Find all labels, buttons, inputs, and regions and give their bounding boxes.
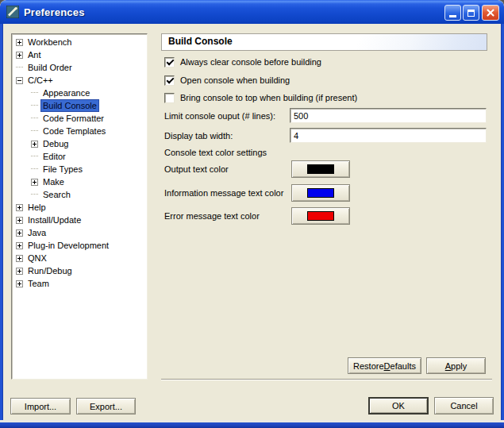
apply-button[interactable]: Apply (426, 357, 486, 374)
ok-button[interactable]: OK (368, 397, 429, 415)
tree-item-code-templates[interactable]: Code Templates (12, 125, 147, 137)
tree-connector (31, 105, 38, 106)
color-section-label: Console text color settings (164, 148, 267, 157)
tree-item-label: Debug (41, 138, 70, 149)
expand-plus-icon[interactable] (16, 280, 23, 287)
limit-console-output-label: Limit console ouput (# lines): (164, 111, 275, 121)
tree-item-c-c[interactable]: C/C++ (12, 74, 147, 87)
close-icon (486, 8, 495, 17)
expand-plus-icon[interactable] (16, 268, 23, 275)
restore-defaults-button[interactable]: Restore Defaults (348, 357, 421, 374)
close-button[interactable] (482, 5, 499, 21)
tree-connector (31, 130, 38, 132)
tree-item-label: Run/Debug (26, 265, 74, 276)
preferences-tree[interactable]: WorkbenchAntBuild OrderC/C++AppearanceBu… (11, 33, 148, 380)
export-button[interactable]: Export... (76, 398, 136, 415)
tree-item-build-order[interactable]: Build Order (12, 61, 147, 74)
tree-item-label: Ant (26, 49, 43, 60)
expand-plus-icon[interactable] (31, 141, 38, 148)
tree-connector (16, 67, 23, 68)
tree-item-label: Make (41, 176, 66, 187)
titlebar[interactable]: Preferences (0, 0, 504, 24)
tree-item-search[interactable]: Search (12, 188, 147, 201)
minimize-icon (449, 15, 456, 17)
tree-connector (31, 118, 38, 119)
tree-item-file-types[interactable]: File Types (12, 163, 147, 175)
expand-plus-icon[interactable] (16, 255, 23, 262)
checkbox-row-clear-console[interactable]: Always clear console before building (164, 56, 321, 67)
tree-item-debug[interactable]: Debug (12, 137, 147, 150)
display-tab-width-label: Display tab width: (164, 131, 233, 141)
tree-item-workbench[interactable]: Workbench (12, 36, 147, 48)
info-message-color-button[interactable] (291, 184, 350, 202)
button-mnemonic: A (445, 361, 451, 371)
expand-plus-icon[interactable] (16, 217, 23, 224)
page-title: Build Console (161, 33, 487, 51)
checkbox-row-open-console[interactable]: Open console when building (164, 75, 290, 86)
tree-item-label: Build Order (26, 62, 74, 73)
tree-item-label: Plug-in Development (26, 240, 110, 251)
window-border-bottom (0, 420, 504, 428)
checkbox-row-bring-to-top[interactable]: Bring console to top when building (if p… (164, 92, 357, 103)
tree-item-label: Team (26, 278, 51, 289)
tree-item-label: Workbench (26, 37, 73, 48)
error-message-color-button[interactable] (291, 207, 350, 225)
checkbox-label: Always clear console before building (180, 57, 321, 67)
window-border-left (0, 24, 3, 428)
tree-item-appearance[interactable]: Appearance (12, 87, 147, 99)
tree-connector (31, 168, 38, 170)
cancel-button[interactable]: Cancel (434, 397, 494, 415)
tree-item-build-console[interactable]: Build Console (12, 99, 147, 112)
import-button[interactable]: Import... (10, 398, 71, 415)
tree-connector (31, 156, 38, 157)
tree-item-label: Appearance (41, 87, 91, 98)
tree-connector (31, 92, 38, 94)
expand-plus-icon[interactable] (16, 52, 23, 59)
tree-item-make[interactable]: Make (12, 175, 147, 188)
tree-item-ant[interactable]: Ant (12, 48, 147, 61)
maximize-button[interactable] (463, 5, 479, 21)
clear-console-checkbox[interactable] (164, 57, 175, 67)
expand-plus-icon[interactable] (16, 229, 23, 237)
output-text-color-button[interactable] (291, 160, 350, 178)
window-border-right (501, 24, 504, 428)
tree-item-install-update[interactable]: Install/Update (12, 214, 147, 226)
checkbox-label: Open console when building (180, 75, 290, 85)
tree-item-label: File Types (41, 164, 84, 175)
footer-separator (161, 379, 492, 380)
error-color-swatch (307, 211, 334, 221)
tree-item-run-debug[interactable]: Run/Debug (12, 264, 147, 277)
info-color-swatch (307, 188, 334, 198)
tree-item-plug-in-development[interactable]: Plug-in Development (12, 239, 147, 252)
info-message-color-label: Information message text color (164, 188, 283, 198)
open-console-checkbox[interactable] (164, 75, 175, 86)
tree-item-label: Code Templates (41, 125, 107, 137)
tree-item-label: C/C++ (26, 75, 55, 86)
tree-item-qnx[interactable]: QNX (12, 252, 147, 264)
button-label: efaults (391, 361, 416, 371)
button-mnemonic: D (384, 361, 391, 371)
tree-item-help[interactable]: Help (12, 201, 147, 214)
tree-item-editor[interactable]: Editor (12, 150, 147, 163)
tree-item-code-formatter[interactable]: Code Formatter (12, 112, 147, 125)
tree-item-label: Help (26, 202, 48, 213)
app-icon (6, 6, 19, 18)
tree-item-java[interactable]: Java (12, 226, 147, 239)
expand-plus-icon[interactable] (16, 242, 23, 249)
tree-item-label: Install/Update (26, 214, 83, 226)
expand-plus-icon[interactable] (16, 39, 23, 46)
error-message-color-label: Error message text color (164, 211, 260, 221)
display-tab-width-field[interactable] (290, 128, 487, 143)
tree-item-label: Search (41, 189, 72, 200)
bring-to-top-checkbox[interactable] (164, 93, 175, 103)
tree-item-label: Code Formatter (41, 113, 106, 124)
button-label: Restore (353, 361, 384, 371)
tree-item-team[interactable]: Team (12, 277, 147, 290)
button-label: pply (451, 361, 467, 371)
limit-console-output-field[interactable] (290, 108, 487, 123)
collapse-minus-icon[interactable] (16, 77, 23, 84)
expand-plus-icon[interactable] (16, 204, 23, 211)
output-color-swatch (307, 164, 334, 174)
expand-plus-icon[interactable] (31, 179, 38, 186)
minimize-button[interactable] (444, 5, 461, 21)
